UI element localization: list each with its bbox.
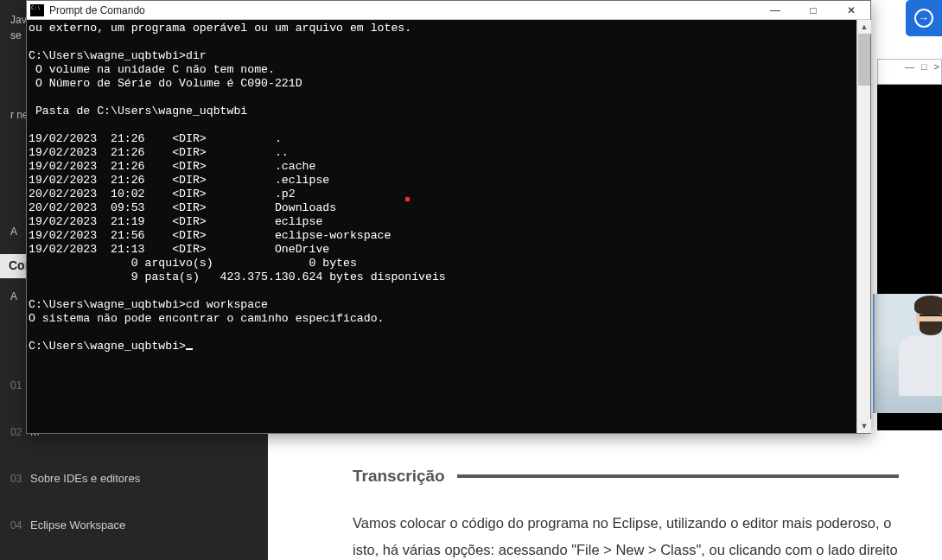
scroll-down-button[interactable]: ▼	[857, 419, 871, 433]
lesson-number: 04	[10, 519, 22, 531]
cmd-scrollbar[interactable]: ▲ ▼	[856, 20, 870, 433]
arrow-right-circle-icon: →	[914, 9, 933, 28]
cmd-icon	[30, 4, 44, 16]
transcript-paragraph: Vamos colocar o código do programa no Ec…	[353, 510, 899, 537]
transcript-header: Transcrição	[353, 467, 899, 486]
close-button[interactable]: ✕	[832, 1, 870, 20]
divider-line	[457, 474, 899, 478]
minimize-button[interactable]: —	[756, 1, 794, 20]
sidebar-lesson-03[interactable]: 03 Sobre IDEs e editores	[0, 465, 268, 492]
sidebar-lesson-04[interactable]: 04 Eclipse Workspace	[0, 512, 268, 538]
transcript-paragraph: isto, há várias opções: acessando "File …	[353, 537, 899, 560]
background-window-titlebar: — □ >	[877, 59, 942, 85]
lesson-number: 02	[10, 426, 22, 438]
lesson-number: 01	[10, 379, 22, 391]
next-action-button[interactable]: →	[906, 0, 942, 36]
transcript-title: Transcrição	[353, 467, 445, 486]
scroll-up-button[interactable]: ▲	[857, 20, 871, 34]
bg-window-minimize[interactable]: —	[905, 61, 914, 72]
cmd-window-title: Prompt de Comando	[49, 4, 145, 16]
cmd-cursor	[186, 348, 193, 350]
command-prompt-window: Prompt de Comando — □ ✕ ou externo, um p…	[26, 0, 871, 434]
bg-window-more[interactable]: >	[934, 61, 939, 72]
lesson-title: Eclipse Workspace	[30, 519, 125, 531]
lesson-title: Sobre IDEs e editores	[30, 472, 140, 485]
bg-window-maximize[interactable]: □	[921, 61, 927, 72]
scroll-thumb[interactable]	[858, 34, 870, 86]
cmd-titlebar[interactable]: Prompt de Comando — □ ✕	[27, 1, 870, 20]
transcript-body: Vamos colocar o código do programa no Ec…	[353, 510, 899, 560]
presenter-figure	[894, 301, 942, 404]
maximize-button[interactable]: □	[794, 1, 832, 20]
red-cursor-dot	[405, 197, 410, 201]
cmd-terminal-output[interactable]: ou externo, um programa operável ou um a…	[27, 20, 856, 433]
lesson-number: 03	[10, 473, 22, 485]
transcript-section: Transcrição Vamos colocar o código do pr…	[268, 432, 942, 560]
presenter-webcam	[873, 294, 942, 413]
cmd-body-wrapper: ou externo, um programa operável ou um a…	[27, 20, 870, 433]
